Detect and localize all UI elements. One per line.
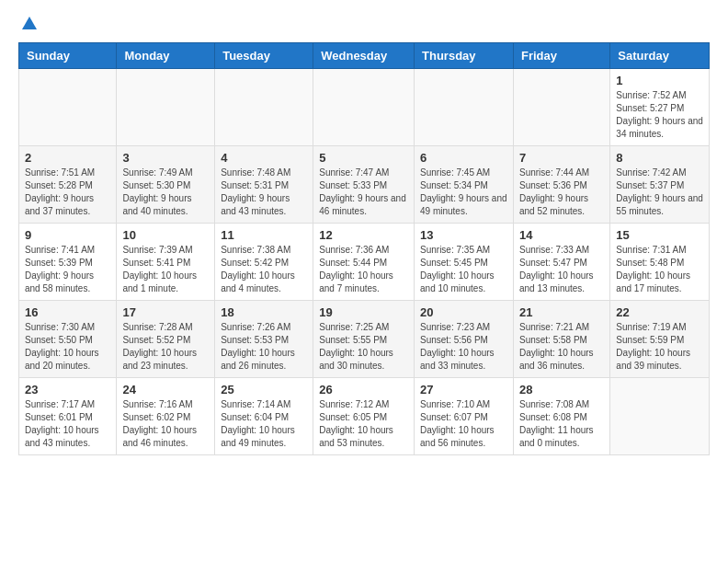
day-info: Sunrise: 7:33 AM Sunset: 5:47 PM Dayligh… — [519, 244, 604, 295]
calendar-cell: 27Sunrise: 7:10 AM Sunset: 6:07 PM Dayli… — [415, 378, 514, 455]
day-info: Sunrise: 7:16 AM Sunset: 6:02 PM Dayligh… — [122, 398, 209, 450]
calendar-cell: 20Sunrise: 7:23 AM Sunset: 5:56 PM Dayli… — [415, 301, 514, 378]
day-number: 28 — [519, 383, 604, 396]
col-header-friday: Friday — [513, 43, 609, 69]
day-number: 6 — [420, 151, 507, 165]
calendar-cell: 13Sunrise: 7:35 AM Sunset: 5:45 PM Dayli… — [415, 224, 514, 301]
calendar-cell: 21Sunrise: 7:21 AM Sunset: 5:58 PM Dayli… — [513, 301, 609, 378]
day-number: 8 — [616, 151, 703, 165]
calendar-header-row: SundayMondayTuesdayWednesdayThursdayFrid… — [19, 43, 710, 69]
calendar-cell: 11Sunrise: 7:38 AM Sunset: 5:42 PM Dayli… — [215, 224, 313, 301]
calendar-cell: 7Sunrise: 7:44 AM Sunset: 5:36 PM Daylig… — [513, 146, 609, 224]
day-number: 12 — [319, 228, 408, 242]
calendar-week-0: 1Sunrise: 7:52 AM Sunset: 5:27 PM Daylig… — [19, 69, 710, 146]
calendar-cell: 26Sunrise: 7:12 AM Sunset: 6:05 PM Dayli… — [313, 378, 415, 455]
day-info: Sunrise: 7:38 AM Sunset: 5:42 PM Dayligh… — [221, 244, 307, 295]
svg-marker-0 — [22, 17, 37, 29]
calendar-cell: 15Sunrise: 7:31 AM Sunset: 5:48 PM Dayli… — [610, 224, 710, 301]
day-info: Sunrise: 7:30 AM Sunset: 5:50 PM Dayligh… — [25, 321, 110, 373]
day-info: Sunrise: 7:42 AM Sunset: 5:37 PM Dayligh… — [616, 167, 703, 218]
col-header-sunday: Sunday — [19, 43, 117, 69]
day-number: 25 — [221, 383, 307, 396]
calendar-cell: 24Sunrise: 7:16 AM Sunset: 6:02 PM Dayli… — [117, 378, 215, 455]
logo — [18, 17, 39, 33]
calendar-cell: 10Sunrise: 7:39 AM Sunset: 5:41 PM Dayli… — [117, 224, 215, 301]
calendar-cell — [513, 69, 609, 146]
calendar-cell: 8Sunrise: 7:42 AM Sunset: 5:37 PM Daylig… — [610, 146, 710, 224]
calendar-week-2: 9Sunrise: 7:41 AM Sunset: 5:39 PM Daylig… — [19, 224, 710, 301]
calendar-cell: 16Sunrise: 7:30 AM Sunset: 5:50 PM Dayli… — [19, 301, 117, 378]
day-number: 21 — [519, 305, 604, 319]
day-info: Sunrise: 7:44 AM Sunset: 5:36 PM Dayligh… — [519, 167, 604, 218]
day-number: 17 — [122, 305, 209, 319]
day-info: Sunrise: 7:47 AM Sunset: 5:33 PM Dayligh… — [319, 167, 408, 218]
day-info: Sunrise: 7:39 AM Sunset: 5:41 PM Dayligh… — [122, 244, 209, 295]
day-number: 13 — [420, 228, 507, 242]
day-number: 5 — [319, 151, 408, 165]
col-header-monday: Monday — [117, 43, 215, 69]
calendar-cell — [117, 69, 215, 146]
calendar-cell: 14Sunrise: 7:33 AM Sunset: 5:47 PM Dayli… — [513, 224, 609, 301]
day-info: Sunrise: 7:19 AM Sunset: 5:59 PM Dayligh… — [616, 321, 703, 373]
day-number: 18 — [221, 305, 307, 319]
day-info: Sunrise: 7:14 AM Sunset: 6:04 PM Dayligh… — [221, 398, 307, 450]
day-info: Sunrise: 7:25 AM Sunset: 5:55 PM Dayligh… — [319, 321, 408, 373]
calendar-cell: 5Sunrise: 7:47 AM Sunset: 5:33 PM Daylig… — [313, 146, 415, 224]
calendar-cell — [610, 378, 710, 455]
col-header-saturday: Saturday — [610, 43, 710, 69]
day-number: 3 — [122, 151, 209, 165]
calendar-cell: 12Sunrise: 7:36 AM Sunset: 5:44 PM Dayli… — [313, 224, 415, 301]
day-info: Sunrise: 7:48 AM Sunset: 5:31 PM Dayligh… — [221, 167, 307, 218]
calendar-cell: 3Sunrise: 7:49 AM Sunset: 5:30 PM Daylig… — [117, 146, 215, 224]
day-number: 23 — [25, 383, 110, 396]
calendar-cell: 18Sunrise: 7:26 AM Sunset: 5:53 PM Dayli… — [215, 301, 313, 378]
day-info: Sunrise: 7:41 AM Sunset: 5:39 PM Dayligh… — [25, 244, 110, 295]
day-number: 16 — [25, 305, 110, 319]
day-number: 10 — [122, 228, 209, 242]
calendar-cell: 6Sunrise: 7:45 AM Sunset: 5:34 PM Daylig… — [415, 146, 514, 224]
day-info: Sunrise: 7:49 AM Sunset: 5:30 PM Dayligh… — [122, 167, 209, 218]
calendar-cell — [215, 69, 313, 146]
day-number: 4 — [221, 151, 307, 165]
calendar-week-1: 2Sunrise: 7:51 AM Sunset: 5:28 PM Daylig… — [19, 146, 710, 224]
day-info: Sunrise: 7:26 AM Sunset: 5:53 PM Dayligh… — [221, 321, 307, 373]
calendar-cell: 4Sunrise: 7:48 AM Sunset: 5:31 PM Daylig… — [215, 146, 313, 224]
day-number: 20 — [420, 305, 507, 319]
page-header — [0, 0, 728, 42]
day-number: 2 — [25, 151, 110, 165]
day-info: Sunrise: 7:21 AM Sunset: 5:58 PM Dayligh… — [519, 321, 604, 373]
day-number: 19 — [319, 305, 408, 319]
calendar-cell: 9Sunrise: 7:41 AM Sunset: 5:39 PM Daylig… — [19, 224, 117, 301]
calendar-table: SundayMondayTuesdayWednesdayThursdayFrid… — [18, 42, 710, 455]
day-number: 27 — [420, 383, 507, 396]
day-info: Sunrise: 7:51 AM Sunset: 5:28 PM Dayligh… — [25, 167, 110, 218]
calendar-cell: 25Sunrise: 7:14 AM Sunset: 6:04 PM Dayli… — [215, 378, 313, 455]
calendar-week-4: 23Sunrise: 7:17 AM Sunset: 6:01 PM Dayli… — [19, 378, 710, 455]
logo-icon — [20, 15, 39, 33]
day-info: Sunrise: 7:12 AM Sunset: 6:05 PM Dayligh… — [319, 398, 408, 450]
day-info: Sunrise: 7:28 AM Sunset: 5:52 PM Dayligh… — [122, 321, 209, 373]
day-info: Sunrise: 7:08 AM Sunset: 6:08 PM Dayligh… — [519, 398, 604, 450]
calendar-cell: 19Sunrise: 7:25 AM Sunset: 5:55 PM Dayli… — [313, 301, 415, 378]
day-number: 24 — [122, 383, 209, 396]
day-number: 7 — [519, 151, 604, 165]
col-header-wednesday: Wednesday — [313, 43, 415, 69]
calendar-cell — [19, 69, 117, 146]
day-number: 11 — [221, 228, 307, 242]
day-info: Sunrise: 7:10 AM Sunset: 6:07 PM Dayligh… — [420, 398, 507, 450]
day-number: 1 — [616, 74, 703, 87]
day-info: Sunrise: 7:31 AM Sunset: 5:48 PM Dayligh… — [616, 244, 703, 295]
day-number: 26 — [319, 383, 408, 396]
calendar-cell — [313, 69, 415, 146]
day-info: Sunrise: 7:35 AM Sunset: 5:45 PM Dayligh… — [420, 244, 507, 295]
day-number: 15 — [616, 228, 703, 242]
calendar-cell: 17Sunrise: 7:28 AM Sunset: 5:52 PM Dayli… — [117, 301, 215, 378]
day-info: Sunrise: 7:17 AM Sunset: 6:01 PM Dayligh… — [25, 398, 110, 450]
day-info: Sunrise: 7:36 AM Sunset: 5:44 PM Dayligh… — [319, 244, 408, 295]
day-info: Sunrise: 7:52 AM Sunset: 5:27 PM Dayligh… — [616, 89, 703, 141]
day-number: 9 — [25, 228, 110, 242]
day-info: Sunrise: 7:23 AM Sunset: 5:56 PM Dayligh… — [420, 321, 507, 373]
calendar-cell: 22Sunrise: 7:19 AM Sunset: 5:59 PM Dayli… — [610, 301, 710, 378]
day-info: Sunrise: 7:45 AM Sunset: 5:34 PM Dayligh… — [420, 167, 507, 218]
day-number: 14 — [519, 228, 604, 242]
